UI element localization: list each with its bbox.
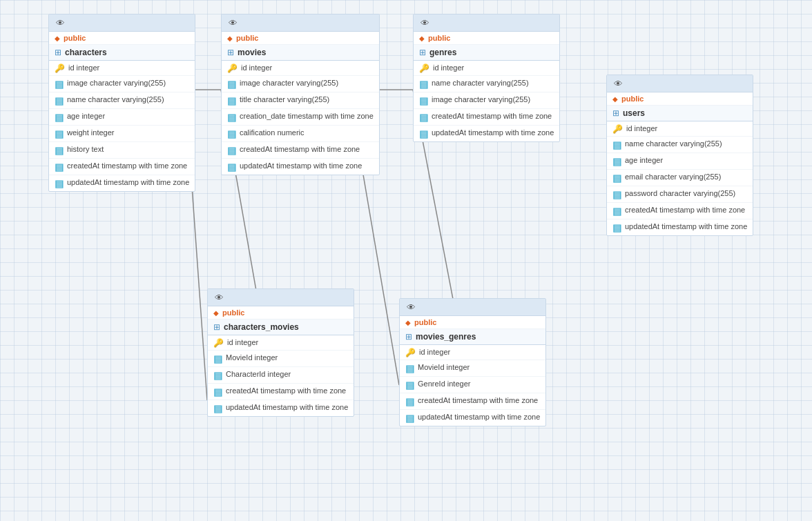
table-name-text: characters_movies xyxy=(224,322,299,332)
table-header-genres[interactable]: 👁 xyxy=(414,14,559,32)
schema-row-characters_movies: ◆public xyxy=(208,306,354,320)
table-header-characters_movies[interactable]: 👁 xyxy=(208,289,354,306)
column-icon: ▤ xyxy=(55,145,64,156)
field-row: ▤MovieId integer xyxy=(400,360,545,377)
eye-icon: 👁 xyxy=(55,17,66,28)
field-row: ▤createdAt timestamp with time zone xyxy=(400,393,545,410)
key-icon: 🔑 xyxy=(419,63,429,73)
field-text: updatedAt timestamp with time zone xyxy=(418,412,540,422)
field-row: ▤createdAt timestamp with time zone xyxy=(607,203,753,219)
table-name-text: users xyxy=(623,108,645,118)
column-icon: ▤ xyxy=(612,156,621,167)
column-icon: ▤ xyxy=(419,112,428,123)
field-text: creation_date timestamp with time zone xyxy=(240,111,374,121)
field-text: updatedAt timestamp with time zone xyxy=(625,222,747,231)
field-row: ▤calification numeric xyxy=(222,126,379,142)
grid-icon: ⊞ xyxy=(419,48,426,57)
eye-icon: 👁 xyxy=(227,17,238,28)
key-icon: 🔑 xyxy=(213,338,224,348)
field-text: id integer xyxy=(68,63,99,72)
column-icon: ▤ xyxy=(55,161,64,173)
field-text: updatedAt timestamp with time zone xyxy=(67,177,189,187)
column-icon: ▤ xyxy=(419,79,428,90)
field-text: id integer xyxy=(433,63,464,72)
schema-row-characters: ◆public xyxy=(49,32,195,45)
table-card-movies_genres: 👁◆public⊞movies_genres🔑id integer▤MovieI… xyxy=(399,298,546,426)
table-header-characters[interactable]: 👁 xyxy=(49,14,195,32)
field-text: createdAt timestamp with time zone xyxy=(67,161,187,170)
table-name-row-characters_movies: ⊞characters_movies xyxy=(208,320,354,335)
column-icon: ▤ xyxy=(213,403,222,414)
field-row: ▤createdAt timestamp with time zone xyxy=(208,384,354,400)
key-icon: 🔑 xyxy=(55,63,65,73)
field-text: createdAt timestamp with time zone xyxy=(226,386,346,395)
column-icon: ▤ xyxy=(213,370,222,381)
field-row: ▤name character varying(255) xyxy=(607,137,753,153)
field-row: ▤image character varying(255) xyxy=(414,92,559,109)
eye-icon: 👁 xyxy=(213,292,224,303)
field-text: name character varying(255) xyxy=(67,95,164,104)
field-row: ▤image character varying(255) xyxy=(49,76,195,92)
diamond-icon: ◆ xyxy=(213,309,219,317)
grid-icon: ⊞ xyxy=(213,322,220,332)
field-text: createdAt timestamp with time zone xyxy=(418,395,538,405)
column-icon: ▤ xyxy=(227,95,236,106)
column-icon: ▤ xyxy=(419,95,428,106)
schema-row-genres: ◆public xyxy=(414,32,559,45)
field-text: image character varying(255) xyxy=(432,95,530,104)
column-icon: ▤ xyxy=(227,112,236,123)
field-row: ▤MovieId integer xyxy=(208,351,354,367)
field-text: history text xyxy=(67,144,104,154)
field-text: email character varying(255) xyxy=(625,172,721,181)
field-row: ▤createdAt timestamp with time zone xyxy=(414,109,559,126)
table-header-movies_genres[interactable]: 👁 xyxy=(400,299,545,316)
schema-name: public xyxy=(414,318,436,326)
diamond-icon: ◆ xyxy=(227,35,233,42)
column-icon: ▤ xyxy=(612,222,621,233)
field-row: 🔑id integer xyxy=(49,61,195,76)
column-icon: ▤ xyxy=(213,353,222,364)
field-row: 🔑id integer xyxy=(208,335,354,351)
grid-icon: ⊞ xyxy=(405,332,412,342)
field-text: createdAt timestamp with time zone xyxy=(432,111,552,121)
column-icon: ▤ xyxy=(213,386,222,397)
field-row: ▤createdAt timestamp with time zone xyxy=(49,159,195,175)
field-text: age integer xyxy=(67,111,105,121)
column-icon: ▤ xyxy=(405,413,414,424)
field-row: 🔑id integer xyxy=(414,61,559,76)
field-text: updatedAt timestamp with time zone xyxy=(432,128,554,137)
field-row: ▤history text xyxy=(49,142,195,159)
table-name-row-movies: ⊞movies xyxy=(222,45,379,61)
table-name-text: characters xyxy=(65,48,107,57)
table-header-users[interactable]: 👁 xyxy=(607,75,753,92)
table-header-movies[interactable]: 👁 xyxy=(222,14,379,32)
column-icon: ▤ xyxy=(612,139,621,150)
schema-name: public xyxy=(236,34,258,42)
table-name-text: movies_genres xyxy=(416,332,476,342)
table-name-row-users: ⊞users xyxy=(607,106,753,121)
field-text: password character varying(255) xyxy=(625,188,735,198)
schema-row-users: ◆public xyxy=(607,92,753,106)
schema-name: public xyxy=(222,308,244,317)
field-text: age integer xyxy=(625,155,663,165)
column-icon: ▤ xyxy=(405,396,414,407)
grid-icon: ⊞ xyxy=(227,48,234,57)
column-icon: ▤ xyxy=(55,79,64,90)
field-text: image character varying(255) xyxy=(67,78,166,88)
schema-name: public xyxy=(64,34,86,42)
field-row: ▤updatedAt timestamp with time zone xyxy=(208,400,354,416)
field-row: 🔑id integer xyxy=(607,121,753,137)
field-row: 🔑id integer xyxy=(222,61,379,76)
field-text: updatedAt timestamp with time zone xyxy=(226,402,348,412)
table-name-text: genres xyxy=(429,48,456,57)
field-row: 🔑id integer xyxy=(400,345,545,360)
diamond-icon: ◆ xyxy=(419,35,425,42)
field-text: MovieId integer xyxy=(226,353,278,362)
column-icon: ▤ xyxy=(612,189,621,200)
field-row: ▤name character varying(255) xyxy=(49,92,195,109)
field-text: id integer xyxy=(227,337,258,347)
table-card-movies: 👁◆public⊞movies🔑id integer▤image charact… xyxy=(221,14,380,175)
field-row: ▤updatedAt timestamp with time zone xyxy=(607,219,753,235)
column-icon: ▤ xyxy=(55,178,64,189)
field-text: image character varying(255) xyxy=(240,78,338,88)
